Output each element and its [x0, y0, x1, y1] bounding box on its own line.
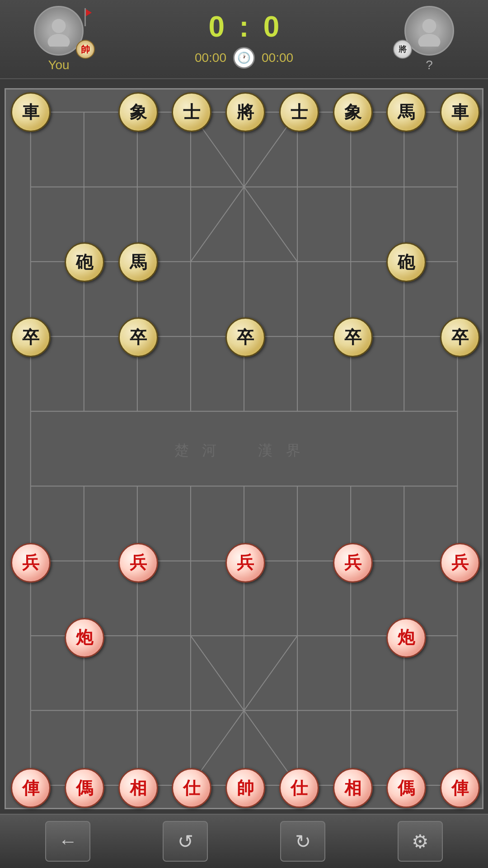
- chess-piece[interactable]: 卒: [118, 317, 158, 357]
- chess-piece[interactable]: 卒: [440, 317, 480, 357]
- chess-piece[interactable]: 兵: [333, 543, 373, 583]
- player1-section: 帥 You: [14, 6, 104, 72]
- svg-line-35: [191, 636, 297, 785]
- chess-piece[interactable]: 車: [11, 92, 51, 132]
- svg-text:楚河　漢界: 楚河 漢界: [174, 442, 314, 458]
- chess-piece[interactable]: 仕: [172, 768, 211, 808]
- svg-point-0: [52, 19, 66, 33]
- chess-piece[interactable]: 馬: [118, 242, 158, 282]
- chess-piece[interactable]: 卒: [11, 317, 51, 357]
- player1-timer: 00:00: [195, 51, 226, 65]
- chess-piece[interactable]: 士: [172, 92, 211, 132]
- chess-piece[interactable]: 砲: [386, 242, 426, 282]
- svg-line-34: [191, 636, 297, 785]
- svg-point-5: [418, 34, 441, 47]
- svg-point-4: [422, 19, 436, 33]
- player1-piece-badge: 帥: [76, 40, 95, 59]
- svg-rect-2: [84, 8, 86, 26]
- settings-button[interactable]: ⚙: [398, 821, 443, 862]
- player1-name: You: [48, 58, 69, 72]
- player2-score: 0: [258, 10, 285, 43]
- player1-score: 0: [203, 10, 230, 43]
- chess-piece[interactable]: 馬: [386, 92, 426, 132]
- chess-piece[interactable]: 卒: [333, 317, 373, 357]
- chess-piece[interactable]: 卒: [225, 317, 265, 357]
- chess-piece[interactable]: 炮: [386, 618, 426, 658]
- chess-piece[interactable]: 兵: [225, 543, 265, 583]
- undo-button[interactable]: ↺: [163, 821, 208, 862]
- player2-name: ?: [426, 58, 433, 72]
- chess-piece[interactable]: 相: [118, 768, 158, 808]
- chess-piece[interactable]: 兵: [440, 543, 480, 583]
- chess-piece[interactable]: 俥: [440, 768, 480, 808]
- chess-piece[interactable]: 象: [118, 92, 158, 132]
- chess-piece[interactable]: 仕: [279, 768, 319, 808]
- chess-piece[interactable]: 傌: [65, 768, 104, 808]
- score-section: 0 : 0 00:00 🕐 00:00: [195, 10, 293, 69]
- refresh-button[interactable]: ↻: [280, 821, 325, 862]
- score-display: 0 : 0: [203, 10, 285, 43]
- clock-icon: 🕐: [233, 47, 255, 69]
- score-separator: :: [239, 10, 249, 43]
- chess-piece[interactable]: 相: [333, 768, 373, 808]
- svg-line-32: [191, 112, 297, 262]
- chess-piece[interactable]: 帥: [225, 768, 265, 808]
- chess-piece[interactable]: 兵: [11, 543, 51, 583]
- chess-piece[interactable]: 兵: [118, 543, 158, 583]
- chess-piece[interactable]: 俥: [11, 768, 51, 808]
- player2-timer: 00:00: [262, 51, 293, 65]
- timer-section: 00:00 🕐 00:00: [195, 47, 293, 69]
- svg-marker-3: [86, 9, 92, 16]
- chess-piece[interactable]: 炮: [65, 618, 104, 658]
- chess-piece[interactable]: 車: [440, 92, 480, 132]
- flag-icon: [79, 8, 93, 28]
- chess-board[interactable]: 楚河 漢界 車象士將士象馬車砲馬砲卒卒卒卒卒兵兵兵兵兵炮炮俥傌相仕帥仕相傌俥: [5, 88, 483, 809]
- chess-piece[interactable]: 象: [333, 92, 373, 132]
- game-header: 帥 You 0 : 0 00:00 🕐 00:00 將 ?: [0, 0, 488, 79]
- chess-piece[interactable]: 將: [225, 92, 265, 132]
- chess-piece[interactable]: 傌: [386, 768, 426, 808]
- player2-section: 將 ?: [384, 6, 474, 72]
- chess-piece[interactable]: 士: [279, 92, 319, 132]
- back-button[interactable]: ←: [45, 821, 90, 862]
- svg-line-33: [191, 112, 297, 262]
- player2-piece-badge: 將: [393, 40, 412, 59]
- chess-piece[interactable]: 砲: [65, 242, 104, 282]
- svg-point-1: [48, 34, 70, 47]
- board-container: 楚河 漢界 車象士將士象馬車砲馬砲卒卒卒卒卒兵兵兵兵兵炮炮俥傌相仕帥仕相傌俥: [5, 88, 483, 809]
- toolbar: ← ↺ ↻ ⚙: [0, 814, 488, 868]
